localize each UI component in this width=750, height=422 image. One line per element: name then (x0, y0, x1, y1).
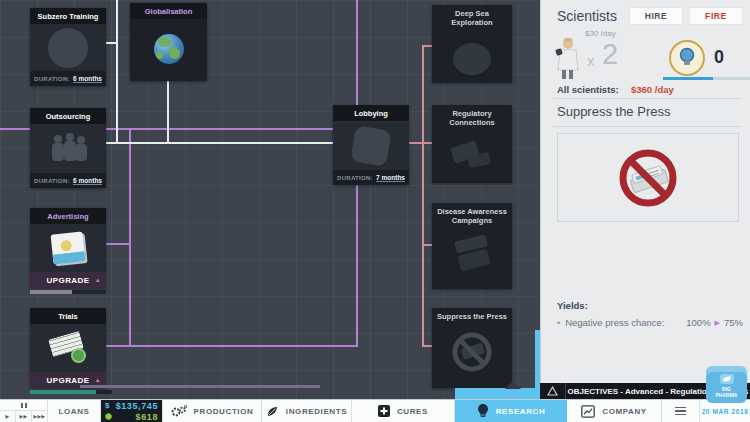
research-node-advertising[interactable]: Advertising UPGRADE ▲ (30, 208, 106, 288)
upgrade-arrow-icon: ▲ (95, 277, 101, 283)
node-title: Subzero Training (30, 8, 106, 24)
connector-line (422, 345, 432, 347)
connector-line (105, 243, 131, 245)
bottom-bar: ▶ ▶▶ ▶▶▶ LOANS $ $135,745 $618 PRODUCTIO… (0, 399, 750, 422)
tab-label: INGREDIENTS (286, 407, 347, 416)
subzero-icon (48, 28, 88, 68)
income-value: $618 (136, 412, 158, 422)
tree-scrollbar[interactable] (80, 385, 320, 388)
handshake-icon (450, 142, 494, 172)
pause-button[interactable] (0, 400, 47, 411)
detail-icon-box (557, 133, 739, 222)
trials-icon (48, 333, 88, 363)
node-icon-area (432, 131, 512, 183)
node-icon-area (432, 324, 512, 380)
research-node-disease-awareness-campaigns[interactable]: Disease Awareness Campaigns (432, 203, 512, 289)
node-icon-area (30, 124, 106, 173)
tab-cures[interactable]: CURES (352, 400, 455, 422)
tab-research[interactable]: RESEARCH (455, 400, 567, 422)
scientist-count: 2 (602, 38, 618, 71)
connector-line (129, 128, 131, 347)
research-node-regulatory-connections[interactable]: Regulatory Connections (432, 105, 512, 183)
tab-company[interactable]: COMPANY (567, 400, 662, 422)
fire-button[interactable]: FIRE (689, 7, 743, 25)
yield-to: 75% (724, 317, 743, 328)
no-press-icon (450, 330, 494, 374)
dollar-icon: $ (105, 401, 110, 410)
cash-value: $135,745 (116, 401, 158, 411)
connector-line (167, 80, 169, 144)
research-node-lobbying[interactable]: Lobbying DURATION: 7 months (333, 105, 409, 185)
trials-progress-bar (30, 390, 112, 394)
node-title: Lobbying (333, 105, 409, 121)
node-footer: DURATION: 6 months (30, 71, 106, 86)
connector-line (422, 45, 432, 47)
menu-button[interactable] (662, 400, 700, 422)
research-node-trials[interactable]: Trials UPGRADE ▲ (30, 308, 106, 388)
node-icon-area (30, 324, 106, 372)
node-title: Regulatory Connections (432, 105, 512, 131)
hire-button[interactable]: HIRE (629, 7, 683, 25)
tab-production[interactable]: PRODUCTION (163, 400, 262, 422)
speed-2-button[interactable]: ▶▶ (16, 411, 32, 422)
connector-line (105, 42, 118, 44)
people-icon (46, 132, 90, 166)
globe-icon (154, 34, 184, 64)
duration-label: DURATION: (34, 178, 70, 184)
cash-row: $ $135,745 (101, 400, 162, 411)
node-title: Advertising (30, 208, 106, 224)
loans-button[interactable]: LOANS (48, 400, 101, 422)
node-icon-area (30, 24, 106, 71)
arrow-right-icon: ▶ (715, 319, 720, 327)
money-panel: $ $135,745 $618 (101, 400, 163, 422)
cure-plus-icon (378, 405, 390, 417)
tab-label: CURES (397, 407, 428, 416)
research-tree[interactable]: Subzero Training DURATION: 6 months Glob… (0, 0, 540, 399)
pause-icon (21, 403, 23, 408)
selection-notch (505, 381, 521, 389)
connector-line (105, 142, 333, 144)
research-node-deep-sea-exploration[interactable]: Deep Sea Exploration (432, 5, 512, 83)
lobbying-icon (350, 125, 392, 167)
node-footer: DURATION: 6 months (30, 173, 106, 188)
node-icon-area (30, 224, 106, 272)
node-title: Suppress the Press (432, 308, 512, 324)
node-icon-area (333, 121, 409, 170)
research-node-globalisation[interactable]: Globalisation (130, 3, 207, 81)
speed-1-button[interactable]: ▶ (0, 411, 16, 422)
speed-3-button[interactable]: ▶▶▶ (32, 411, 47, 422)
yield-from: 100% (686, 317, 710, 328)
tab-ingredients[interactable]: INGREDIENTS (262, 400, 352, 422)
node-icon-area (130, 19, 207, 79)
research-point-icon (669, 40, 705, 76)
connector-line (422, 244, 432, 246)
duration-label: DURATION: (337, 175, 373, 181)
all-scientists-cost: $360 /day (631, 84, 674, 95)
duration-value: 6 months (73, 177, 102, 185)
yield-name: Negative press chance: (565, 317, 664, 328)
research-node-outsourcing[interactable]: Outsourcing DURATION: 6 months (30, 108, 106, 188)
connector-line (409, 142, 432, 144)
node-icon-area (432, 229, 512, 281)
divider (553, 126, 742, 127)
all-scientists-label: All scientists: (557, 84, 619, 95)
gears-icon (171, 405, 187, 417)
node-title: Trials (30, 308, 106, 324)
upgrade-arrow-icon: ▲ (95, 377, 101, 383)
connector-line (105, 345, 357, 347)
scientists-panel: Scientists HIRE FIRE $30 /day x 2 0 All … (540, 0, 750, 383)
leaf-icon (266, 405, 279, 418)
scientist-cost: $30 /day (585, 29, 616, 38)
research-node-subzero-training[interactable]: Subzero Training DURATION: 6 months (30, 8, 106, 86)
divider (553, 98, 742, 99)
game-screen: Subzero Training DURATION: 6 months Glob… (0, 0, 750, 422)
detail-title: Suppress the Press (557, 104, 670, 119)
research-progress-bar (663, 77, 750, 80)
node-footer: DURATION: 7 months (333, 170, 409, 185)
pause-icon (25, 403, 27, 408)
research-node-suppress-the-press[interactable]: Suppress the Press (432, 308, 512, 388)
upgrade-button[interactable]: UPGRADE ▲ (30, 272, 106, 288)
coin-icon (71, 348, 86, 363)
lightbulb-icon (477, 403, 489, 419)
tab-label: PRODUCTION (194, 407, 254, 416)
